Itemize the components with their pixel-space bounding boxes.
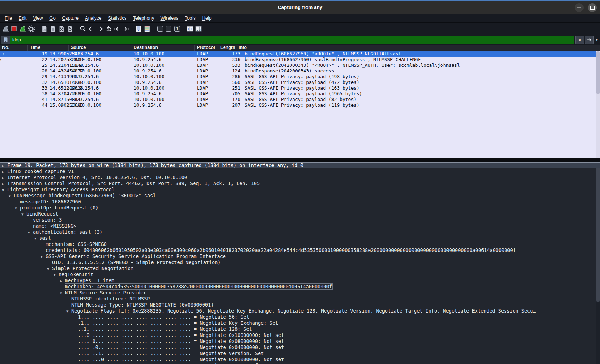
detail-row-4[interactable]: ▾Lightweight Directory Access Protocol bbox=[0, 187, 600, 193]
resize-columns-button[interactable] bbox=[186, 24, 194, 34]
stop-capture-button[interactable] bbox=[10, 24, 19, 34]
colorize-button[interactable] bbox=[143, 24, 151, 34]
detail-row-27[interactable]: ..1. .... .... .... .... .... .... .... … bbox=[0, 326, 600, 332]
detail-row-13[interactable]: mechanism: GSS-SPNEGO bbox=[0, 241, 600, 247]
menu-item-telephony[interactable]: Telephony bbox=[130, 14, 157, 22]
zoom-out-button[interactable] bbox=[164, 24, 173, 34]
go-to-packet-button[interactable] bbox=[104, 24, 113, 34]
filter-apply-button[interactable] bbox=[585, 36, 594, 44]
detail-row-11[interactable]: ▾authentication: sasl (3) bbox=[0, 229, 600, 235]
maximize-button[interactable] bbox=[588, 3, 597, 12]
splitter-handle[interactable]: ······ bbox=[296, 158, 304, 162]
detail-row-23[interactable]: NTLM Message Type: NTLMSSP_NEGOTIATE (0x… bbox=[0, 302, 600, 308]
detail-row-9[interactable]: version: 3 bbox=[0, 217, 600, 223]
detail-row-21[interactable]: ▾NTLM Secure Service Provider bbox=[0, 290, 600, 296]
packet-row-19[interactable]: →1913.99052548310.9.254.610.10.0.100LDAP… bbox=[0, 51, 600, 57]
detail-row-20[interactable]: mechToken: 4e544c4d535350000100000035828… bbox=[0, 284, 600, 290]
collapsed-arrow-icon[interactable]: ▸ bbox=[2, 163, 7, 169]
detail-row-1[interactable]: ▸Linux cooked capture v1 bbox=[0, 168, 600, 175]
expanded-arrow-icon[interactable]: ▾ bbox=[28, 229, 33, 236]
detail-row-14[interactable]: credentials: 604806062b0601050502a03e303… bbox=[0, 247, 600, 253]
column-header-protocol[interactable]: Protocol bbox=[195, 45, 218, 51]
auto-scroll-button[interactable] bbox=[134, 24, 143, 34]
packet-row-28[interactable]: 2814.43245487710.10.0.10010.9.254.6LDAP1… bbox=[0, 68, 600, 74]
detail-row-25[interactable]: 1... .... .... .... .... .... .... .... … bbox=[0, 314, 600, 320]
column-header-length[interactable]: Length bbox=[218, 45, 236, 51]
detail-row-2[interactable]: ▸Internet Protocol Version 4, Src: 10.9.… bbox=[0, 175, 600, 181]
collapsed-arrow-icon[interactable]: ▸ bbox=[2, 181, 7, 187]
collapsed-arrow-icon[interactable]: ▸ bbox=[60, 278, 65, 284]
expanded-arrow-icon[interactable]: ▾ bbox=[41, 254, 46, 260]
detail-row-33[interactable]: .... .... 1... .... .... .... .... .... … bbox=[0, 363, 600, 364]
collapsed-arrow-icon[interactable]: ▸ bbox=[2, 169, 7, 175]
menu-item-capture[interactable]: Capture bbox=[59, 14, 82, 22]
zoom-in-button[interactable] bbox=[156, 24, 164, 34]
menu-item-help[interactable]: Help bbox=[199, 14, 215, 22]
menu-item-view[interactable]: View bbox=[30, 14, 46, 22]
detail-row-6[interactable]: messageID: 1686627960 bbox=[0, 199, 600, 205]
detail-row-5[interactable]: ▾LDAPMessage bindRequest(1686627960) "<R… bbox=[0, 193, 600, 199]
detail-row-7[interactable]: ▾protocolOp: bindRequest (0) bbox=[0, 205, 600, 211]
detail-row-28[interactable]: ...0 .... .... .... .... .... .... .... … bbox=[0, 332, 600, 338]
zoom-100-button[interactable]: 1 bbox=[173, 24, 181, 34]
expanded-arrow-icon[interactable]: ▾ bbox=[2, 187, 7, 193]
minimize-button[interactable] bbox=[575, 3, 584, 12]
menu-item-edit[interactable]: Edit bbox=[15, 14, 30, 22]
packet-row-38[interactable]: 3814.87047268910.10.0.10010.9.254.6LDAP7… bbox=[0, 91, 600, 97]
detail-row-32[interactable]: .... ...0 .... .... .... .... .... .... … bbox=[0, 357, 600, 363]
packet-row-29[interactable]: 2914.43349611110.9.254.610.10.0.100LDAP2… bbox=[0, 74, 600, 80]
detail-row-26[interactable]: .1.. .... .... .... .... .... .... .... … bbox=[0, 320, 600, 326]
save-file-button[interactable] bbox=[49, 24, 57, 34]
detail-row-8[interactable]: ▾bindRequest bbox=[0, 211, 600, 217]
collapsed-arrow-icon[interactable]: ▸ bbox=[2, 175, 7, 181]
go-back-button[interactable] bbox=[87, 24, 96, 34]
open-file-button[interactable] bbox=[40, 24, 49, 34]
close-file-button[interactable] bbox=[57, 24, 66, 34]
detail-row-18[interactable]: ▾negTokenInit bbox=[0, 272, 600, 278]
expanded-arrow-icon[interactable]: ▾ bbox=[15, 205, 20, 211]
go-first-packet-button[interactable] bbox=[113, 24, 121, 34]
go-last-packet-button[interactable] bbox=[121, 24, 130, 34]
detail-row-16[interactable]: OID: 1.3.6.1.5.5.2 (SPNEGO - Simple Prot… bbox=[0, 259, 600, 266]
detail-row-10[interactable]: name: <MISSING> bbox=[0, 223, 600, 229]
expanded-arrow-icon[interactable]: ▾ bbox=[34, 236, 39, 242]
find-packet-button[interactable] bbox=[79, 24, 87, 34]
detail-row-19[interactable]: ▸mechTypes: 1 item bbox=[0, 278, 600, 284]
filter-dropdown-caret[interactable]: ▾ bbox=[595, 38, 599, 42]
detail-row-3[interactable]: ▸Transmission Control Protocol, Src Port… bbox=[0, 181, 600, 187]
menu-item-statistics[interactable]: Statistics bbox=[105, 14, 130, 22]
packet-row-25[interactable]: 2514.21041524810.9.254.610.10.0.100LDAP5… bbox=[0, 62, 600, 68]
detail-row-30[interactable]: .... .0.. .... .... .... .... .... .... … bbox=[0, 344, 600, 350]
packet-row-22[interactable]: ←2214.20758240510.10.0.10010.9.254.6LDAP… bbox=[0, 57, 600, 62]
filter-value[interactable]: ldap bbox=[10, 37, 21, 42]
column-header-time[interactable]: Time bbox=[28, 45, 69, 51]
column-header-source[interactable]: Source bbox=[69, 45, 131, 51]
detail-row-24[interactable]: ▾Negotiate Flags […]: 0xe2888235, Negoti… bbox=[0, 308, 600, 314]
detail-row-15[interactable]: ▾GSS-API Generic Security Service Applic… bbox=[0, 253, 600, 259]
menu-item-tools[interactable]: Tools bbox=[181, 14, 199, 22]
capture-options-button[interactable] bbox=[27, 24, 36, 34]
packet-row-33[interactable]: 3314.65228962610.9.254.610.10.0.100LDAP2… bbox=[0, 85, 600, 91]
menu-item-go[interactable]: Go bbox=[46, 14, 59, 22]
expanded-arrow-icon[interactable]: ▾ bbox=[47, 266, 52, 272]
menu-item-wireless[interactable]: Wireless bbox=[158, 14, 182, 22]
menu-item-file[interactable]: File bbox=[1, 14, 15, 22]
expanded-arrow-icon[interactable]: ▾ bbox=[60, 290, 65, 296]
detail-row-22[interactable]: NTLMSSP identifier: NTLMSSP bbox=[0, 296, 600, 302]
scrollbar-thumb[interactable] bbox=[596, 51, 600, 94]
packet-list-scrollbar[interactable] bbox=[596, 51, 600, 158]
reload-file-button[interactable] bbox=[66, 24, 74, 34]
packet-row-44[interactable]: 4415.09025368310.10.0.10010.9.254.6LDAP2… bbox=[0, 102, 600, 108]
detail-row-17[interactable]: ▾Simple Protected Negotiation bbox=[0, 266, 600, 272]
restart-capture-button[interactable] bbox=[19, 24, 27, 34]
detail-row-29[interactable]: .... 0... .... .... .... .... .... .... … bbox=[0, 338, 600, 344]
detail-row-0[interactable]: ▸Frame 19: Packet, 173 bytes on wire (13… bbox=[0, 162, 600, 168]
column-header-destination[interactable]: Destination bbox=[131, 45, 195, 51]
pane-splitter[interactable]: ······ bbox=[0, 158, 600, 162]
expanded-arrow-icon[interactable]: ▾ bbox=[66, 308, 71, 314]
filter-clear-button[interactable]: × bbox=[575, 36, 584, 44]
expanded-arrow-icon[interactable]: ▾ bbox=[21, 211, 26, 217]
filter-bookmark-button[interactable] bbox=[1, 36, 10, 44]
column-header-info[interactable]: Info bbox=[236, 45, 600, 51]
fixed-width-columns-button[interactable]: 2 3 bbox=[194, 24, 203, 34]
